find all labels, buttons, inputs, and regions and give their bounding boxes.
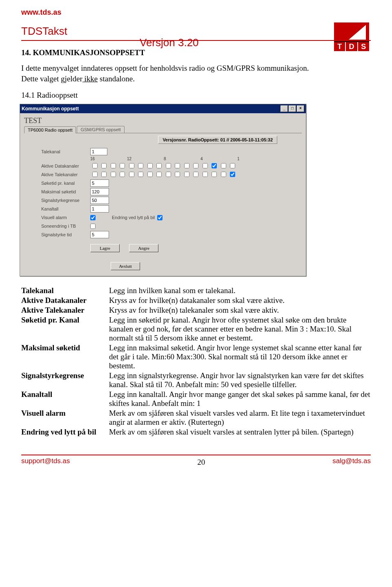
talekanaler-checkbox-row	[90, 172, 237, 178]
def-term: Signalstyrkegrense	[21, 371, 109, 389]
talekanal-checkbox[interactable]	[156, 172, 162, 177]
talekanal-checkbox[interactable]	[111, 172, 116, 177]
tab-radio-oppsett[interactable]: TP6000 Radio oppsett	[24, 126, 76, 133]
endring-lytt-checkbox[interactable]	[157, 215, 163, 220]
talekanal-checkbox[interactable]	[203, 172, 208, 177]
talekanal-checkbox[interactable]	[92, 172, 98, 177]
datakanal-checkbox[interactable]	[111, 163, 116, 168]
def-desc: Legg inn søketid pr kanal. Angir hvor of…	[109, 316, 371, 343]
dialog-window: Kommunikasjon oppsett _ □ × TEST TP6000 …	[20, 104, 306, 276]
datakanal-checkbox[interactable]	[230, 163, 235, 168]
talekanal-checkbox[interactable]	[212, 172, 217, 177]
app-title: TDSTakst	[21, 25, 371, 38]
talekanal-checkbox[interactable]	[101, 172, 107, 177]
definitions-list: TalekanalLegg inn hvilken kanal som er t…	[21, 286, 371, 437]
datakanal-checkbox[interactable]	[193, 163, 198, 168]
def-desc: Kryss av for hvilke(n) talekanaler som s…	[109, 306, 371, 315]
subsection-heading: 14.1 Radiooppsett	[21, 91, 371, 100]
talekanal-checkbox[interactable]	[138, 172, 143, 177]
datakanal-checkbox[interactable]	[129, 163, 134, 168]
datakanal-checkbox[interactable]	[184, 163, 189, 168]
signalstyrke-tid-input[interactable]	[90, 231, 109, 238]
version-label: Versjon 3.20	[140, 36, 199, 49]
def-desc: Legg inn kanaltall. Angir hvor mange gan…	[109, 390, 371, 408]
def-desc: Legg inn hvilken kanal som er talekanal.	[109, 286, 371, 295]
kanaltall-input[interactable]	[90, 205, 109, 213]
maximize-icon[interactable]: □	[289, 105, 296, 112]
def-term: Maksimal søketid	[21, 343, 109, 370]
soneendring-label: Soneendring i TB	[41, 224, 90, 229]
talekanal-checkbox[interactable]	[184, 172, 189, 177]
endring-lytt-label: Endring ved lytt på bil	[112, 215, 155, 220]
signalstyrke-tid-label: Signalstyrke tid	[41, 232, 90, 237]
datakanal-checkbox[interactable]	[120, 163, 125, 168]
footer-email-right: salg@tds.as	[332, 457, 371, 465]
datakanal-checkbox[interactable]	[138, 163, 143, 168]
talekanal-checkbox[interactable]	[193, 172, 198, 177]
def-term: Aktive Datakanaler	[21, 296, 109, 305]
url-top: www.tds.as	[21, 8, 371, 17]
version-box: Versjonsnr. RadioOppsett: 01 // 2006-05-…	[158, 136, 277, 144]
kanaltall-label: Kanaltall	[41, 206, 90, 211]
def-term: Kanaltall	[21, 390, 109, 408]
def-term: Søketid pr. Kanal	[21, 316, 109, 343]
footer-email-left: support@tds.as	[21, 457, 70, 465]
logo-letter: S	[358, 42, 369, 51]
datakanal-checkbox[interactable]	[175, 163, 180, 168]
window-titlebar[interactable]: Kommunikasjon oppsett _ □ ×	[20, 104, 306, 113]
def-term: Talekanal	[21, 286, 109, 295]
def-term: Aktive Talekanaler	[21, 306, 109, 315]
def-desc: Merk av om sjåføren skal visuelt varsles…	[109, 409, 371, 427]
def-desc: Legg inn maksimal søketid. Angir hvor le…	[109, 343, 371, 370]
datakanal-checkbox[interactable]	[221, 163, 226, 168]
avslutt-button[interactable]: Avslutt	[111, 262, 140, 270]
visuell-alarm-label: Visuell alarm	[41, 215, 90, 220]
datakanal-checkbox[interactable]	[166, 163, 171, 168]
intro-text-2: Dette valget gjelder ikke standalone.	[21, 74, 371, 83]
datakanal-checkbox[interactable]	[147, 163, 153, 168]
close-icon[interactable]: ×	[297, 105, 304, 112]
datakanal-checkbox[interactable]	[203, 163, 208, 168]
signalstyrkegrense-label: Signalstyrkegrense	[41, 198, 90, 203]
tab-gsm-gprs-oppsett[interactable]: GSM/GPRS oppsett	[77, 126, 124, 133]
def-desc: Legg inn signalstyrkegrense. Angir hvor …	[109, 371, 371, 389]
def-term: Visuell alarm	[21, 409, 109, 427]
angre-button[interactable]: Angre	[129, 244, 158, 252]
talekanal-checkbox[interactable]	[129, 172, 134, 177]
talekanal-checkbox[interactable]	[147, 172, 153, 177]
visuell-alarm-checkbox[interactable]	[90, 215, 96, 220]
test-label: TEST	[24, 117, 302, 125]
def-desc: Merk av om sjåføren skal visuelt varsles…	[109, 428, 371, 437]
def-desc: Kryss av for hvilke(n) datakanaler som s…	[109, 296, 371, 305]
logo-letter: T	[334, 42, 346, 51]
soneendring-checkbox[interactable]	[90, 224, 96, 229]
soketid-input[interactable]	[90, 179, 109, 187]
soketid-label: Søketid pr. kanal	[41, 181, 90, 186]
lagre-button[interactable]: Lagre	[90, 244, 120, 252]
datakanaler-checkbox-row	[90, 163, 237, 169]
talekanal-checkbox[interactable]	[120, 172, 125, 177]
intro-text: I dette menyvalget inndateres oppsett fo…	[21, 64, 371, 73]
def-term: Endring ved lytt på bil	[21, 428, 109, 437]
talekanal-label: Talekanal	[41, 149, 90, 154]
tds-logo: T D S	[334, 22, 371, 51]
maksimal-soketid-label: Maksimal søketid	[41, 189, 90, 194]
aktive-talekanaler-label: Aktive Talekanaler	[41, 172, 90, 177]
logo-letter: D	[346, 42, 358, 51]
talekanal-checkbox[interactable]	[166, 172, 171, 177]
datakanal-checkbox[interactable]	[101, 163, 107, 168]
maksimal-soketid-input[interactable]	[90, 188, 109, 195]
datakanal-checkbox[interactable]	[212, 163, 217, 168]
signalstyrkegrense-input[interactable]	[90, 197, 109, 204]
datakanal-checkbox[interactable]	[156, 163, 162, 168]
talekanal-input[interactable]	[90, 148, 107, 155]
datakanal-checkbox[interactable]	[92, 163, 98, 168]
channel-number-header: 16 12 8 4 1	[90, 157, 302, 161]
talekanal-checkbox[interactable]	[221, 172, 226, 177]
window-title: Kommunikasjon oppsett	[22, 106, 79, 112]
minimize-icon[interactable]: _	[281, 105, 288, 112]
talekanal-checkbox[interactable]	[230, 172, 235, 177]
section-heading: 14. KOMMUNIKASJONSOPPSETT	[21, 48, 371, 57]
talekanal-checkbox[interactable]	[175, 172, 180, 177]
page-number: 20	[70, 458, 332, 467]
